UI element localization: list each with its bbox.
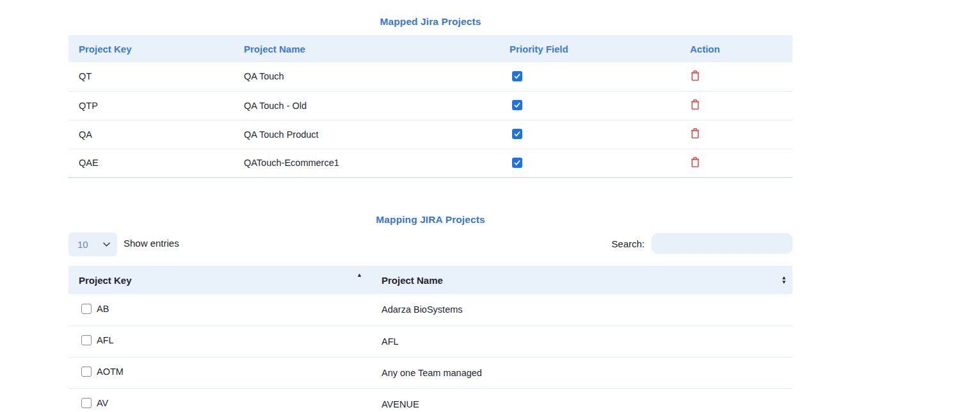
check-icon [513,130,521,138]
project-name-cell: AFL [371,325,792,357]
priority-field-checkbox[interactable] [512,129,522,139]
select-project-checkbox[interactable] [81,398,92,408]
select-project-checkbox[interactable] [81,367,92,377]
mapping-col-project-key[interactable]: Project Key ▲ [68,266,371,294]
sort-both-icon: ▲▼ [782,276,787,284]
project-name-cell: AVENUE [371,388,792,412]
mapping-col-project-key-label: Project Key [79,275,132,286]
trash-icon [690,156,700,168]
mapping-projects-table: Project Key ▲ Project Name ▲▼ AB [68,266,792,412]
table-row: QT QA Touch [68,62,792,91]
project-name-cell: QA Touch [234,62,499,91]
project-name-cell: QATouch-Ecommerce1 [234,149,499,177]
entries-select-value: 10 [77,239,88,250]
content-wrapper: Mapped Jira Projects Project Key Project… [68,0,792,412]
priority-field-checkbox[interactable] [512,158,522,168]
project-name-cell: QA Touch Product [234,120,499,149]
select-project-checkbox[interactable] [81,304,92,314]
delete-mapping-button[interactable] [690,99,700,110]
mapping-col-project-name[interactable]: Project Name ▲▼ [371,266,792,294]
project-key-label: AB [97,304,109,314]
check-icon [513,101,521,109]
project-key-cell: AB [81,304,109,314]
chevron-down-icon [103,242,110,247]
mapped-table-header-row: Project Key Project Name Priority Field … [68,35,792,62]
project-key-cell: QA [68,120,234,149]
table-row: QAE QATouch-Ecommerce1 [68,149,792,177]
project-name-cell: QA Touch - Old [234,91,499,120]
project-key-cell: QAE [68,149,234,177]
priority-field-checkbox[interactable] [512,100,522,110]
search-area: Search: [611,233,792,254]
delete-mapping-button[interactable] [690,156,700,168]
table-row: QTP QA Touch - Old [68,91,792,120]
project-key-cell: AV [81,398,108,408]
mapping-table-header-row: Project Key ▲ Project Name ▲▼ [68,266,792,294]
project-key-cell: QTP [68,91,234,120]
check-icon [513,159,521,167]
mapped-col-project-key: Project Key [68,35,234,62]
project-key-label: AFL [97,335,114,345]
priority-field-checkbox[interactable] [512,71,522,81]
project-key-label: AOTM [97,367,124,377]
table-row: AB Adarza BioSystems [68,294,792,325]
mapped-projects-table: Project Key Project Name Priority Field … [68,35,792,178]
search-input[interactable] [652,233,792,254]
entries-per-page-select[interactable]: 10 [68,233,117,256]
jira-mapping-page: Mapped Jira Projects Project Key Project… [0,0,980,412]
table-row: AV AVENUE [68,388,792,412]
trash-icon [690,99,700,110]
trash-icon [690,70,700,81]
show-entries-label: Show entries [124,238,179,249]
select-project-checkbox[interactable] [81,335,92,345]
project-key-cell: AFL [81,335,114,345]
sort-ascending-icon: ▲ [357,272,362,278]
delete-mapping-button[interactable] [690,128,700,139]
project-key-cell: AOTM [81,367,124,377]
delete-mapping-button[interactable] [690,70,700,81]
table-row: AOTM Any one Team managed [68,357,792,388]
trash-icon [690,128,700,139]
check-icon [513,72,521,80]
mapping-col-project-name-label: Project Name [382,275,443,286]
project-name-cell: Adarza BioSystems [371,294,792,325]
mapping-section-title: Mapping JIRA Projects [68,214,792,226]
search-label: Search: [611,238,645,249]
project-key-label: AV [97,398,108,408]
table-row: AFL AFL [68,325,792,357]
project-key-cell: QT [68,62,234,91]
mapped-section-title: Mapped Jira Projects [68,16,792,28]
mapped-col-priority-field: Priority Field [499,35,680,62]
project-name-cell: Any one Team managed [371,357,792,388]
table-row: QA QA Touch Product [68,120,792,149]
mapped-col-project-name: Project Name [234,35,499,62]
mapped-col-action: Action [680,35,792,62]
